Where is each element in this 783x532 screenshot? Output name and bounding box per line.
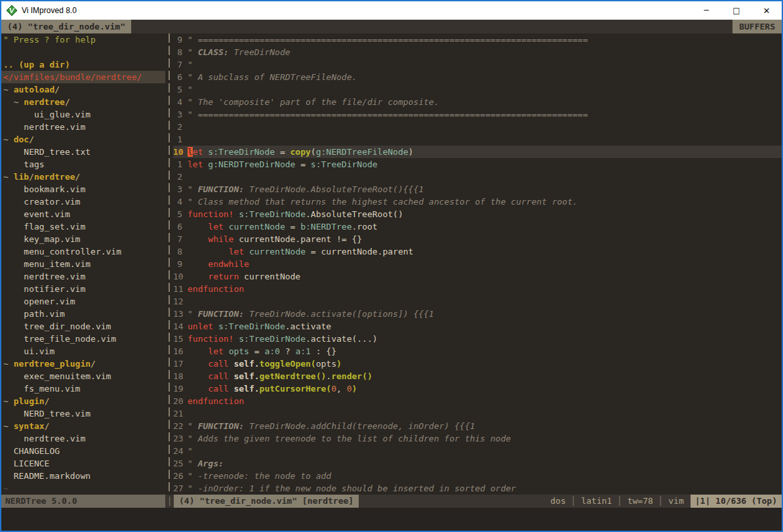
code-line[interactable]: 9 endwhile: [173, 258, 782, 270]
tree-dir-item[interactable]: ~ autoload/: [3, 83, 165, 96]
line-number: 14: [173, 320, 188, 333]
code-line[interactable]: 11endfunction: [173, 283, 782, 295]
code-line[interactable]: 10 return currentNode: [173, 270, 782, 283]
code-line[interactable]: 8 let currentNode = currentNode.parent: [173, 245, 782, 258]
line-number: 1: [173, 133, 188, 146]
code-text: return currentNode: [188, 270, 300, 283]
nerdtree-panel: " Press ? for help.. (up a dir)</vimfile…: [1, 33, 165, 495]
code-line-current[interactable]: 10let s:TreeDirNode = copy(g:NERDTreeFil…: [173, 146, 782, 158]
code-line[interactable]: 9" =====================================…: [173, 33, 782, 46]
line-number: 19: [173, 382, 188, 395]
tree-item[interactable]: " Press ? for help: [3, 33, 165, 46]
code-line[interactable]: 4" Class method that returns the highest…: [173, 195, 782, 208]
tree-file-item[interactable]: fs_menu.vim: [3, 382, 165, 395]
code-line[interactable]: 2: [173, 121, 782, 133]
minimize-icon[interactable]: ─: [691, 1, 721, 20]
tree-file-item[interactable]: creator.vim: [3, 195, 165, 208]
tree-dir-item[interactable]: ~ lib/nerdtree/: [3, 171, 165, 183]
tree-file-item[interactable]: exec_menuitem.vim: [3, 370, 165, 382]
tree-file-item[interactable]: tree_dir_node.vim: [3, 320, 165, 333]
code-line[interactable]: 22" FUNCTION: TreeDirNode.addChild(treen…: [173, 420, 782, 432]
tree-file-item[interactable]: notifier.vim: [3, 283, 165, 295]
code-line[interactable]: 24": [173, 445, 782, 457]
tree-dir-item[interactable]: ~ syntax/: [3, 420, 165, 432]
code-text: call self.putCursorHere(0, 0): [188, 382, 357, 395]
tree-dir-item[interactable]: ~ plugin/: [3, 395, 165, 407]
code-line[interactable]: 7": [173, 58, 782, 71]
line-number: 2: [173, 171, 188, 183]
tab-tree-dir-node[interactable]: (4) "tree_dir_node.vim": [1, 20, 131, 33]
code-line[interactable]: 21: [173, 407, 782, 420]
tree-file-item[interactable]: nerdtree.vim: [3, 121, 165, 133]
tree-file-item[interactable]: README.markdown: [3, 470, 165, 482]
code-line[interactable]: 25" Args:: [173, 457, 782, 470]
tree-file-item[interactable]: tags: [3, 158, 165, 171]
code-line[interactable]: 6" A subclass of NERDTreeFileNode.: [173, 71, 782, 83]
line-number: 3: [173, 108, 188, 121]
tree-file-item[interactable]: menu_item.vim: [3, 258, 165, 270]
code-line[interactable]: 20endfunction: [173, 395, 782, 407]
tree-root[interactable]: </vimfiles/bundle/nerdtree/: [1, 71, 165, 83]
line-number: 26: [173, 470, 188, 482]
tree-file-item[interactable]: nerdtree.vim: [3, 270, 165, 283]
line-number: 18: [173, 370, 188, 382]
code-line[interactable]: 27" -inOrder: 1 if the new node should b…: [173, 482, 782, 495]
code-line[interactable]: 3" FUNCTION: TreeDirNode.AbsoluteTreeRoo…: [173, 183, 782, 195]
code-line[interactable]: 8" CLASS: TreeDirNode: [173, 46, 782, 58]
tree-file-item[interactable]: NERD_tree.vim: [3, 407, 165, 420]
tree-file-item[interactable]: flag_set.vim: [3, 220, 165, 233]
tree-file-item[interactable]: event.vim: [3, 208, 165, 220]
tree-file-item[interactable]: LICENCE: [3, 457, 165, 470]
code-line[interactable]: 14unlet s:TreeDirNode.activate: [173, 320, 782, 333]
tree-dir-item[interactable]: ~ nerdtree/: [3, 96, 165, 108]
code-line[interactable]: 5function! s:TreeDirNode.AbsoluteTreeRoo…: [173, 208, 782, 220]
tree-file-item[interactable]: path.vim: [3, 308, 165, 320]
code-line[interactable]: 26" -treenode: the node to add: [173, 470, 782, 482]
tree-dir-item[interactable]: ~ doc/: [3, 133, 165, 146]
line-number: 22: [173, 420, 188, 432]
code-line[interactable]: 3" =====================================…: [173, 108, 782, 121]
code-text: let currentNode = currentNode.parent: [188, 245, 413, 258]
tree-file-item[interactable]: nerdtree.vim: [3, 432, 165, 445]
code-line[interactable]: 17 call self.toggleOpen(opts): [173, 358, 782, 370]
tree-file-item[interactable]: menu_controller.vim: [3, 245, 165, 258]
tree-file-item[interactable]: bookmark.vim: [3, 183, 165, 195]
code-line[interactable]: 6 let currentNode = b:NERDTree.root: [173, 220, 782, 233]
code-line[interactable]: 12: [173, 295, 782, 308]
tree-dir-item[interactable]: ~ nerdtree_plugin/: [3, 358, 165, 370]
code-text: while currentNode.parent != {}: [188, 233, 362, 245]
code-line[interactable]: 13" FUNCTION: TreeDirNode.activate([opti…: [173, 308, 782, 320]
ruler: |1| 10/636 (Top): [691, 495, 782, 508]
tree-file-item[interactable]: key_map.vim: [3, 233, 165, 245]
code-line[interactable]: 23" Adds the given treenode to the list …: [173, 432, 782, 445]
tree-file-item[interactable]: NERD_tree.txt: [3, 146, 165, 158]
code-text: endfunction: [188, 283, 244, 295]
tree-file-item[interactable]: ui_glue.vim: [3, 108, 165, 121]
command-line[interactable]: [1, 508, 782, 531]
window-vertical-separator[interactable]: [165, 33, 173, 495]
code-line[interactable]: 1: [173, 133, 782, 146]
statusline-flags: dos │ latin1 │ tw=78 │ vim: [359, 495, 691, 508]
close-icon[interactable]: ✕: [752, 1, 782, 20]
tabline-fill: [131, 20, 733, 33]
tree-file-item[interactable]: tree_file_node.vim: [3, 333, 165, 345]
code-line[interactable]: 2: [173, 171, 782, 183]
cursor-block: l: [188, 147, 193, 157]
code-line[interactable]: 16 let opts = a:0 ? a:1 : {}: [173, 345, 782, 358]
code-line[interactable]: 18 call self.getNerdtree().render(): [173, 370, 782, 382]
tree-file-item[interactable]: CHANGELOG: [3, 445, 165, 457]
tree-file-item[interactable]: ui.vim: [3, 345, 165, 358]
code-line[interactable]: 15function! s:TreeDirNode.activate(...): [173, 333, 782, 345]
status-flag: tw=78: [628, 495, 653, 508]
tree-file-item[interactable]: opener.vim: [3, 295, 165, 308]
code-line[interactable]: 5": [173, 83, 782, 96]
line-number: 10: [173, 270, 188, 283]
code-line[interactable]: 1let g:NERDTreeDirNode = s:TreeDirNode: [173, 158, 782, 171]
code-line[interactable]: 19 call self.putCursorHere(0, 0): [173, 382, 782, 395]
code-line[interactable]: 7 while currentNode.parent != {}: [173, 233, 782, 245]
code-text: call self.getNerdtree().render(): [188, 370, 372, 382]
line-number: 8: [173, 245, 188, 258]
code-line[interactable]: 4" The 'composite' part of the file/dir …: [173, 96, 782, 108]
maximize-icon[interactable]: □: [721, 1, 752, 20]
tree-item[interactable]: .. (up a dir): [3, 58, 165, 71]
